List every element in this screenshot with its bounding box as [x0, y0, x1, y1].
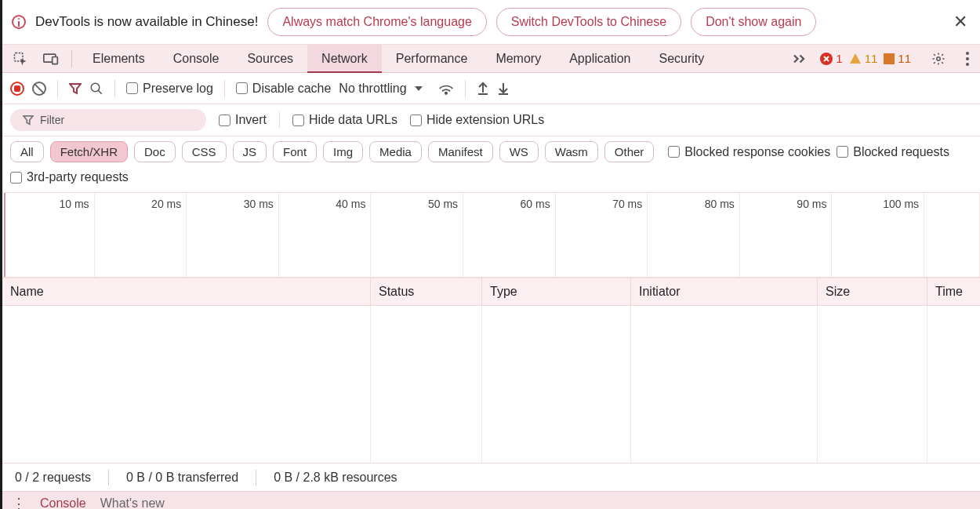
chip-manifest[interactable]: Manifest	[428, 141, 493, 162]
svg-point-7	[966, 57, 969, 60]
device-toolbar-icon[interactable]	[37, 48, 65, 70]
drawer-tab-whats-new[interactable]: What's new	[100, 496, 165, 510]
tab-console[interactable]: Console	[159, 45, 234, 72]
errors-count: 1	[836, 52, 842, 65]
hide-data-urls-checkbox[interactable]: Hide data URLs	[292, 113, 397, 127]
col-header-initiator[interactable]: Initiator	[631, 278, 818, 305]
separator	[57, 80, 58, 97]
main-tab-bar: Elements Console Sources Network Perform…	[2, 45, 980, 73]
clear-button[interactable]	[32, 82, 46, 96]
separator	[465, 80, 466, 97]
svg-point-9	[91, 83, 100, 92]
tab-elements[interactable]: Elements	[78, 45, 159, 72]
chip-doc[interactable]: Doc	[134, 141, 176, 162]
status-resources: 0 B / 2.8 kB resources	[274, 471, 397, 485]
issue-badges[interactable]: 1 11 11	[820, 52, 911, 65]
language-info-bar: DevTools is now available in Chinese! Al…	[2, 0, 980, 45]
export-har-icon[interactable]	[497, 82, 510, 96]
separator	[224, 80, 225, 97]
timeline-overview[interactable]: 10 ms20 ms30 ms40 ms50 ms60 ms70 ms80 ms…	[2, 193, 980, 278]
svg-point-8	[966, 63, 969, 66]
chip-ws[interactable]: WS	[499, 141, 539, 162]
timeline-tick-label: 20 ms	[151, 198, 181, 210]
info-icon	[12, 15, 26, 29]
tab-performance[interactable]: Performance	[382, 45, 482, 72]
inspect-element-icon[interactable]	[7, 47, 34, 71]
dont-show-again-button[interactable]: Don't show again	[691, 8, 816, 36]
panel-tabs: Elements Console Sources Network Perform…	[78, 45, 718, 72]
third-party-row: 3rd-party requests	[2, 167, 980, 193]
chip-other[interactable]: Other	[604, 141, 655, 162]
preserve-log-checkbox[interactable]: Preserve log	[126, 82, 213, 96]
request-table-body	[2, 306, 980, 463]
network-toolbar: Preserve log Disable cache No throttling	[2, 73, 980, 104]
filter-toggle-icon[interactable]	[69, 82, 82, 95]
status-transferred: 0 B / 0 B transferred	[126, 471, 238, 485]
svg-rect-2	[53, 56, 58, 64]
chip-img[interactable]: Img	[323, 141, 363, 162]
network-conditions-icon[interactable]	[438, 82, 454, 95]
chip-media[interactable]: Media	[369, 141, 422, 162]
timeline-tick-label: 90 ms	[797, 198, 826, 210]
kebab-menu-icon[interactable]	[960, 47, 975, 71]
resource-type-chips: All Fetch/XHR Doc CSS JS Font Img Media …	[2, 136, 980, 167]
chip-js[interactable]: JS	[233, 141, 267, 162]
drawer-kebab-icon[interactable]: ⋮	[12, 495, 26, 510]
tab-memory[interactable]: Memory	[481, 45, 555, 72]
issues-count: 11	[898, 52, 911, 65]
blocked-response-cookies-checkbox[interactable]: Blocked response cookies	[668, 145, 830, 159]
chip-css[interactable]: CSS	[182, 141, 227, 162]
tab-sources[interactable]: Sources	[233, 45, 307, 72]
hide-extension-urls-checkbox[interactable]: Hide extension URLs	[410, 113, 544, 127]
settings-icon[interactable]	[925, 47, 952, 71]
svg-point-6	[966, 52, 969, 55]
timeline-tick: 100 ms	[832, 193, 924, 277]
timeline-tick-label: 100 ms	[883, 198, 919, 210]
switch-language-button[interactable]: Switch DevTools to Chinese	[496, 8, 681, 36]
chip-fetch-xhr[interactable]: Fetch/XHR	[50, 141, 128, 162]
col-header-status[interactable]: Status	[371, 278, 482, 305]
drawer-tab-console[interactable]: Console	[40, 496, 86, 510]
timeline-tick-label: 30 ms	[244, 198, 274, 210]
chip-wasm[interactable]: Wasm	[545, 141, 598, 162]
col-header-type[interactable]: Type	[482, 278, 631, 305]
chip-font[interactable]: Font	[273, 141, 317, 162]
timeline-tick: 10 ms	[2, 193, 95, 277]
disable-cache-checkbox[interactable]: Disable cache	[236, 82, 332, 96]
col-header-size[interactable]: Size	[818, 278, 927, 305]
record-button[interactable]	[10, 82, 24, 96]
always-match-language-button[interactable]: Always match Chrome's language	[267, 8, 486, 36]
timeline-tick-label: 50 ms	[428, 198, 458, 210]
close-icon[interactable]: ✕	[950, 12, 971, 32]
third-party-requests-checkbox[interactable]: 3rd-party requests	[10, 170, 129, 184]
chip-all[interactable]: All	[10, 141, 44, 162]
chevron-down-icon	[415, 86, 423, 91]
errors-badge: 1	[820, 52, 842, 65]
timeline-tick: 20 ms	[95, 193, 187, 277]
timeline-tick-label: 80 ms	[705, 198, 735, 210]
timeline-tick-label: 70 ms	[612, 198, 642, 210]
col-header-time[interactable]: Time	[927, 278, 980, 305]
blocked-requests-checkbox[interactable]: Blocked requests	[837, 145, 949, 159]
separator	[256, 470, 256, 485]
warnings-badge: 11	[849, 52, 878, 65]
timeline-tick: 90 ms	[740, 193, 833, 277]
separator	[279, 112, 280, 128]
more-tabs-icon[interactable]	[786, 49, 812, 69]
search-icon[interactable]	[89, 82, 103, 96]
col-header-name[interactable]: Name	[2, 278, 371, 305]
status-bar: 0 / 2 requests 0 B / 0 B transferred 0 B…	[2, 463, 980, 491]
issues-badge: 11	[884, 52, 911, 65]
timeline-tick: 60 ms	[463, 193, 556, 277]
tab-security[interactable]: Security	[644, 45, 718, 72]
svg-point-10	[445, 92, 447, 94]
svg-point-5	[937, 56, 941, 60]
import-har-icon[interactable]	[477, 82, 489, 96]
filter-input[interactable]: Filter	[10, 109, 206, 131]
separator	[71, 50, 72, 67]
svg-rect-4	[884, 53, 895, 64]
throttling-select[interactable]: No throttling	[339, 82, 422, 96]
tab-application[interactable]: Application	[555, 45, 644, 72]
tab-network[interactable]: Network	[307, 45, 382, 72]
invert-checkbox[interactable]: Invert	[219, 113, 267, 127]
